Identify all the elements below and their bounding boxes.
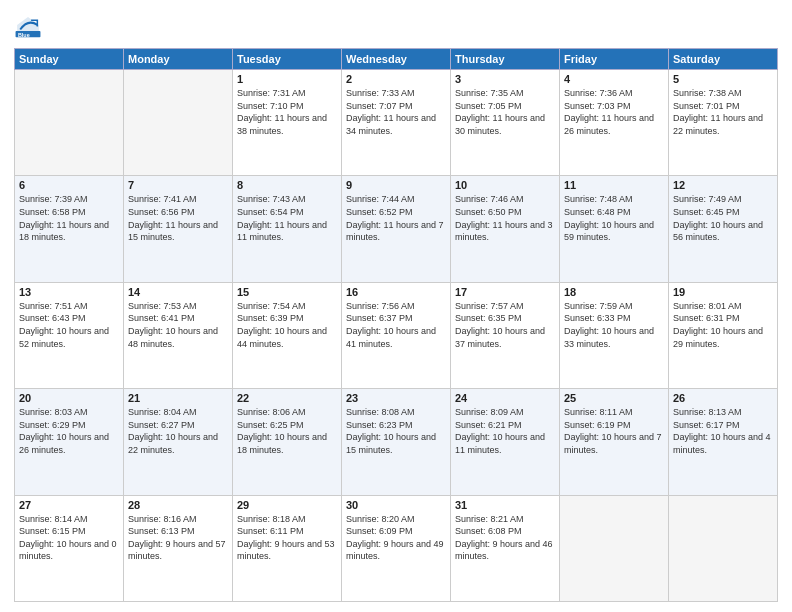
day-number: 15 [237, 286, 337, 298]
calendar-day-cell: 31Sunrise: 8:21 AMSunset: 6:08 PMDayligh… [451, 495, 560, 601]
logo: Blue [14, 14, 46, 42]
day-info: Sunrise: 7:35 AMSunset: 7:05 PMDaylight:… [455, 87, 555, 137]
calendar-table: SundayMondayTuesdayWednesdayThursdayFrid… [14, 48, 778, 602]
day-number: 27 [19, 499, 119, 511]
day-info: Sunrise: 7:33 AMSunset: 7:07 PMDaylight:… [346, 87, 446, 137]
header: Blue [14, 10, 778, 42]
calendar-day-cell: 27Sunrise: 8:14 AMSunset: 6:15 PMDayligh… [15, 495, 124, 601]
day-info: Sunrise: 7:48 AMSunset: 6:48 PMDaylight:… [564, 193, 664, 243]
calendar-day-cell: 1Sunrise: 7:31 AMSunset: 7:10 PMDaylight… [233, 70, 342, 176]
day-number: 14 [128, 286, 228, 298]
day-info: Sunrise: 7:51 AMSunset: 6:43 PMDaylight:… [19, 300, 119, 350]
day-number: 21 [128, 392, 228, 404]
calendar-day-cell [560, 495, 669, 601]
calendar-week-row: 13Sunrise: 7:51 AMSunset: 6:43 PMDayligh… [15, 282, 778, 388]
day-number: 26 [673, 392, 773, 404]
calendar-day-cell: 26Sunrise: 8:13 AMSunset: 6:17 PMDayligh… [669, 389, 778, 495]
calendar-day-cell: 12Sunrise: 7:49 AMSunset: 6:45 PMDayligh… [669, 176, 778, 282]
calendar-day-cell: 25Sunrise: 8:11 AMSunset: 6:19 PMDayligh… [560, 389, 669, 495]
calendar-week-row: 1Sunrise: 7:31 AMSunset: 7:10 PMDaylight… [15, 70, 778, 176]
day-number: 4 [564, 73, 664, 85]
calendar-day-cell: 23Sunrise: 8:08 AMSunset: 6:23 PMDayligh… [342, 389, 451, 495]
day-number: 18 [564, 286, 664, 298]
day-info: Sunrise: 8:09 AMSunset: 6:21 PMDaylight:… [455, 406, 555, 456]
day-number: 30 [346, 499, 446, 511]
calendar-day-cell: 8Sunrise: 7:43 AMSunset: 6:54 PMDaylight… [233, 176, 342, 282]
day-info: Sunrise: 7:53 AMSunset: 6:41 PMDaylight:… [128, 300, 228, 350]
day-number: 22 [237, 392, 337, 404]
calendar-day-cell: 17Sunrise: 7:57 AMSunset: 6:35 PMDayligh… [451, 282, 560, 388]
calendar-day-cell: 30Sunrise: 8:20 AMSunset: 6:09 PMDayligh… [342, 495, 451, 601]
weekday-header-saturday: Saturday [669, 49, 778, 70]
day-number: 20 [19, 392, 119, 404]
day-number: 7 [128, 179, 228, 191]
day-number: 11 [564, 179, 664, 191]
calendar-day-cell: 10Sunrise: 7:46 AMSunset: 6:50 PMDayligh… [451, 176, 560, 282]
calendar-day-cell [669, 495, 778, 601]
weekday-header-sunday: Sunday [15, 49, 124, 70]
day-number: 1 [237, 73, 337, 85]
day-number: 24 [455, 392, 555, 404]
day-number: 13 [19, 286, 119, 298]
day-number: 28 [128, 499, 228, 511]
day-number: 19 [673, 286, 773, 298]
calendar-day-cell: 20Sunrise: 8:03 AMSunset: 6:29 PMDayligh… [15, 389, 124, 495]
weekday-header-thursday: Thursday [451, 49, 560, 70]
weekday-header-tuesday: Tuesday [233, 49, 342, 70]
day-info: Sunrise: 8:11 AMSunset: 6:19 PMDaylight:… [564, 406, 664, 456]
calendar-day-cell: 9Sunrise: 7:44 AMSunset: 6:52 PMDaylight… [342, 176, 451, 282]
calendar-day-cell: 16Sunrise: 7:56 AMSunset: 6:37 PMDayligh… [342, 282, 451, 388]
calendar-day-cell: 4Sunrise: 7:36 AMSunset: 7:03 PMDaylight… [560, 70, 669, 176]
calendar-day-cell: 18Sunrise: 7:59 AMSunset: 6:33 PMDayligh… [560, 282, 669, 388]
day-number: 2 [346, 73, 446, 85]
day-number: 23 [346, 392, 446, 404]
weekday-header-row: SundayMondayTuesdayWednesdayThursdayFrid… [15, 49, 778, 70]
calendar-day-cell: 19Sunrise: 8:01 AMSunset: 6:31 PMDayligh… [669, 282, 778, 388]
day-info: Sunrise: 7:56 AMSunset: 6:37 PMDaylight:… [346, 300, 446, 350]
logo-icon: Blue [14, 14, 42, 42]
calendar-week-row: 6Sunrise: 7:39 AMSunset: 6:58 PMDaylight… [15, 176, 778, 282]
calendar-day-cell: 29Sunrise: 8:18 AMSunset: 6:11 PMDayligh… [233, 495, 342, 601]
day-number: 3 [455, 73, 555, 85]
day-info: Sunrise: 8:08 AMSunset: 6:23 PMDaylight:… [346, 406, 446, 456]
day-info: Sunrise: 7:38 AMSunset: 7:01 PMDaylight:… [673, 87, 773, 137]
calendar-header: SundayMondayTuesdayWednesdayThursdayFrid… [15, 49, 778, 70]
day-info: Sunrise: 8:18 AMSunset: 6:11 PMDaylight:… [237, 513, 337, 563]
day-info: Sunrise: 7:31 AMSunset: 7:10 PMDaylight:… [237, 87, 337, 137]
day-info: Sunrise: 7:46 AMSunset: 6:50 PMDaylight:… [455, 193, 555, 243]
day-info: Sunrise: 8:13 AMSunset: 6:17 PMDaylight:… [673, 406, 773, 456]
calendar-day-cell: 5Sunrise: 7:38 AMSunset: 7:01 PMDaylight… [669, 70, 778, 176]
calendar-day-cell [15, 70, 124, 176]
calendar-day-cell: 15Sunrise: 7:54 AMSunset: 6:39 PMDayligh… [233, 282, 342, 388]
calendar-body: 1Sunrise: 7:31 AMSunset: 7:10 PMDaylight… [15, 70, 778, 602]
day-info: Sunrise: 7:41 AMSunset: 6:56 PMDaylight:… [128, 193, 228, 243]
day-info: Sunrise: 7:44 AMSunset: 6:52 PMDaylight:… [346, 193, 446, 243]
weekday-header-wednesday: Wednesday [342, 49, 451, 70]
calendar-day-cell: 6Sunrise: 7:39 AMSunset: 6:58 PMDaylight… [15, 176, 124, 282]
day-number: 5 [673, 73, 773, 85]
day-number: 25 [564, 392, 664, 404]
day-info: Sunrise: 7:57 AMSunset: 6:35 PMDaylight:… [455, 300, 555, 350]
calendar-week-row: 27Sunrise: 8:14 AMSunset: 6:15 PMDayligh… [15, 495, 778, 601]
weekday-header-monday: Monday [124, 49, 233, 70]
calendar-day-cell: 14Sunrise: 7:53 AMSunset: 6:41 PMDayligh… [124, 282, 233, 388]
day-number: 29 [237, 499, 337, 511]
calendar-day-cell [124, 70, 233, 176]
day-info: Sunrise: 8:06 AMSunset: 6:25 PMDaylight:… [237, 406, 337, 456]
day-info: Sunrise: 7:39 AMSunset: 6:58 PMDaylight:… [19, 193, 119, 243]
calendar-day-cell: 22Sunrise: 8:06 AMSunset: 6:25 PMDayligh… [233, 389, 342, 495]
day-info: Sunrise: 8:20 AMSunset: 6:09 PMDaylight:… [346, 513, 446, 563]
day-number: 10 [455, 179, 555, 191]
day-number: 31 [455, 499, 555, 511]
day-number: 6 [19, 179, 119, 191]
day-info: Sunrise: 7:49 AMSunset: 6:45 PMDaylight:… [673, 193, 773, 243]
day-info: Sunrise: 8:14 AMSunset: 6:15 PMDaylight:… [19, 513, 119, 563]
calendar-day-cell: 28Sunrise: 8:16 AMSunset: 6:13 PMDayligh… [124, 495, 233, 601]
calendar-day-cell: 11Sunrise: 7:48 AMSunset: 6:48 PMDayligh… [560, 176, 669, 282]
page: Blue SundayMondayTuesdayWednesdayThursda… [0, 0, 792, 612]
calendar-day-cell: 24Sunrise: 8:09 AMSunset: 6:21 PMDayligh… [451, 389, 560, 495]
day-info: Sunrise: 8:16 AMSunset: 6:13 PMDaylight:… [128, 513, 228, 563]
day-info: Sunrise: 8:21 AMSunset: 6:08 PMDaylight:… [455, 513, 555, 563]
calendar-day-cell: 13Sunrise: 7:51 AMSunset: 6:43 PMDayligh… [15, 282, 124, 388]
calendar-week-row: 20Sunrise: 8:03 AMSunset: 6:29 PMDayligh… [15, 389, 778, 495]
